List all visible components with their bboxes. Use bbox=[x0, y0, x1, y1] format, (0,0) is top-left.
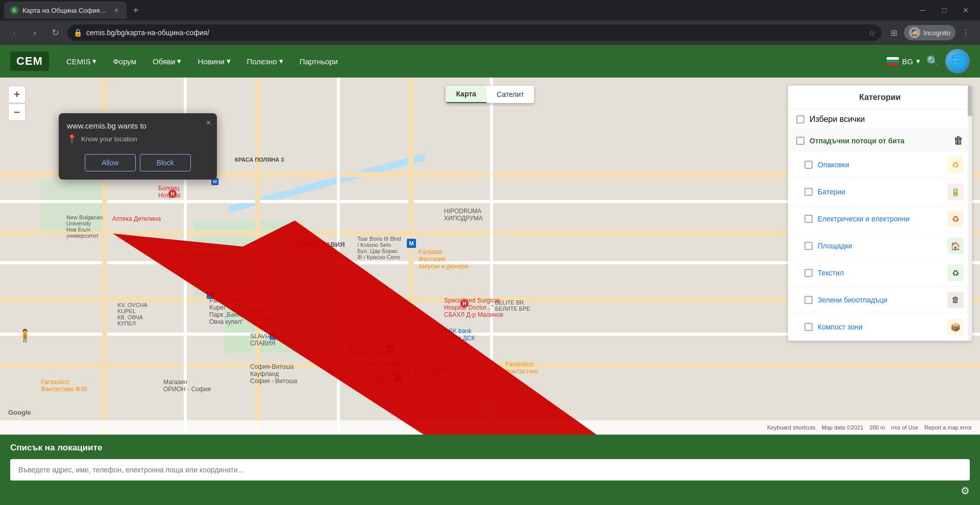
language-selector[interactable]: BG ▾ bbox=[887, 57, 920, 66]
label-tsar-boris: Tsar Boris III Blvd/ Krasno SeloБул. Цар… bbox=[357, 236, 401, 260]
globe-icon[interactable]: 🌐 bbox=[945, 49, 970, 73]
address-bar[interactable]: 🔒 cemis.bg/bg/карта-на-община-софия/ ☆ bbox=[67, 24, 881, 41]
bookmark-icon[interactable]: ☆ bbox=[868, 28, 875, 38]
map-type-satellite[interactable]: Сателит bbox=[486, 86, 534, 103]
category-item-opakovki[interactable]: Опаковки ♻ bbox=[788, 152, 972, 179]
nav-obyavi[interactable]: Обяви ▾ bbox=[145, 53, 188, 70]
scrollbar-thumb[interactable] bbox=[968, 86, 972, 116]
street-view-person[interactable]: 🧍 bbox=[17, 329, 33, 343]
nav-polezno[interactable]: Полезно ▾ bbox=[240, 53, 290, 70]
ploshtadki-checkbox[interactable] bbox=[804, 242, 813, 250]
incognito-icon: 🕵 bbox=[909, 27, 920, 38]
category-item-kompost[interactable]: Компост зони 📦 bbox=[788, 314, 972, 341]
electrical-checkbox[interactable] bbox=[804, 215, 813, 223]
obyavi-dropdown-icon: ▾ bbox=[177, 57, 181, 66]
select-all-row[interactable]: Избери всички bbox=[788, 110, 972, 130]
more-button[interactable]: ⋮ bbox=[958, 24, 974, 41]
popup-subtitle: 📍 Know your location bbox=[67, 134, 209, 144]
section-icon: 🗑 bbox=[953, 135, 964, 146]
label-sofia-heating: Sofia HeatingТоплофикацияСофия bbox=[368, 361, 409, 382]
label-apteka: Аптека Детелина bbox=[112, 215, 161, 222]
active-tab[interactable]: C Карта на Община София - CEM × bbox=[4, 2, 127, 19]
back-button[interactable]: ‹ bbox=[6, 24, 22, 41]
google-logo: Google bbox=[8, 409, 31, 416]
category-item-baterii[interactable]: Батерии 🔋 bbox=[788, 179, 972, 206]
zoom-out-button[interactable]: − bbox=[8, 104, 26, 121]
label-fantasia: FantasiaФантазиязакуски и дюнери bbox=[419, 248, 468, 270]
map-container[interactable]: КРАСА ПОЛЯНА 3 SLAVIA СЛАВИЯ HIPODRUMAХИ… bbox=[0, 78, 980, 435]
category-item-zeleni[interactable]: Зелени биоотпадъци 🗑 bbox=[788, 287, 972, 314]
maximize-button[interactable]: □ bbox=[934, 2, 954, 18]
nav-bar: CEM CEMIS ▾ Форум Обяви ▾ Новини ▾ Полез… bbox=[0, 45, 980, 78]
extensions-button[interactable]: ⊞ bbox=[886, 24, 902, 41]
opakovki-checkbox[interactable] bbox=[804, 161, 813, 169]
label-borovo: BOROVOЖ.К. КРАСНОСЕЛО - КВ. bbox=[413, 361, 449, 379]
location-search-input[interactable] bbox=[18, 466, 962, 474]
website: CEM CEMIS ▾ Форум Обяви ▾ Новини ▾ Полез… bbox=[0, 45, 980, 505]
electrical-label[interactable]: Електрически и електронни bbox=[818, 215, 942, 223]
minimize-button[interactable]: ─ bbox=[913, 2, 933, 18]
categories-title: Категории bbox=[788, 86, 972, 110]
category-item-electrical[interactable]: Електрически и електронни ♻ bbox=[788, 206, 972, 233]
categories-panel: Категории Избери всички Отпадъчни потоци… bbox=[788, 86, 972, 341]
label-park-ovcha: Park "Ovcha Kupel"Парк „Овча купел" bbox=[174, 251, 227, 265]
nav-cemis[interactable]: CEMIS ▾ bbox=[59, 53, 104, 70]
popup-subtitle-text: Know your location bbox=[81, 135, 137, 143]
forward-button[interactable]: › bbox=[27, 24, 43, 41]
map-type-map[interactable]: Карта bbox=[446, 86, 486, 103]
ploshtadki-label[interactable]: Площадки bbox=[818, 242, 942, 250]
logo-text: CEM bbox=[16, 55, 43, 67]
opakovki-label[interactable]: Опаковки bbox=[818, 161, 942, 169]
zoom-in-button[interactable]: + bbox=[8, 86, 26, 103]
block-location-button[interactable]: Block bbox=[140, 154, 191, 171]
label-slavia: SLAVIA СЛАВИЯ bbox=[291, 241, 345, 248]
zeleni-label[interactable]: Зелени биоотпадъци bbox=[818, 296, 942, 304]
select-all-checkbox[interactable] bbox=[796, 115, 804, 123]
tekstil-checkbox[interactable] bbox=[804, 269, 813, 277]
baterii-label[interactable]: Батерии bbox=[818, 188, 942, 196]
zeleni-icon: 🗑 bbox=[947, 292, 964, 308]
settings-icon[interactable]: ⚙ bbox=[961, 485, 970, 497]
tab-close-button[interactable]: × bbox=[112, 6, 120, 14]
logo[interactable]: CEM bbox=[10, 52, 49, 71]
shop-icon-1: 🛒 bbox=[207, 292, 214, 299]
logo-area: CEM bbox=[10, 52, 49, 71]
keyboard-shortcuts[interactable]: Keyboard shortcuts bbox=[767, 424, 816, 431]
baterii-icon: 🔋 bbox=[947, 184, 964, 200]
label-new-bulgarian-univ: New BulgarianUniversityНов Бълг.универси… bbox=[66, 214, 103, 239]
zeleni-checkbox[interactable] bbox=[804, 296, 813, 304]
scrollbar-track bbox=[968, 86, 972, 341]
kompost-checkbox[interactable] bbox=[804, 323, 813, 331]
tekstil-label[interactable]: Текстил bbox=[818, 269, 942, 277]
report[interactable]: Report a map error bbox=[924, 424, 972, 431]
browser-controls: ‹ › ↻ 🔒 cemis.bg/bg/карта-на-община-софи… bbox=[0, 20, 980, 45]
new-tab-button[interactable]: + bbox=[129, 3, 143, 17]
section-checkbox[interactable] bbox=[796, 137, 804, 145]
terms[interactable]: rms of Use bbox=[891, 424, 918, 431]
fullscreen-button[interactable]: ⛶ bbox=[482, 400, 498, 416]
close-button[interactable]: ✕ bbox=[955, 2, 976, 18]
label-park-banya: Park OvchaKupelПарк „БаняОвча купел" bbox=[209, 297, 243, 325]
nav-partnyori[interactable]: Партньори bbox=[292, 53, 345, 70]
category-section-header: Отпадъчни потоци от бита 🗑 bbox=[788, 130, 972, 152]
nav-novini[interactable]: Новини ▾ bbox=[190, 53, 237, 70]
tab-title: Карта на Община София - CEM bbox=[22, 7, 108, 14]
label-dsk-bank: DSK bankБанка ДСК bbox=[444, 327, 475, 342]
lang-dropdown-icon: ▾ bbox=[916, 57, 920, 66]
category-item-tekstil[interactable]: Текстил ♻ bbox=[788, 260, 972, 287]
category-item-ploshtadki[interactable]: Площадки 🏠 bbox=[788, 233, 972, 260]
popup-close-button[interactable]: × bbox=[206, 118, 211, 128]
scale: 200 m bbox=[869, 424, 885, 431]
label-slavia-park: Парк"Славия" bbox=[250, 307, 276, 321]
nav-forum[interactable]: Форум bbox=[106, 53, 143, 70]
road-v-6 bbox=[490, 78, 493, 435]
search-icon[interactable]: 🔍 bbox=[926, 55, 939, 67]
reload-button[interactable]: ↻ bbox=[47, 24, 63, 41]
search-input-container bbox=[10, 459, 970, 481]
map-data: Map data ©2021 bbox=[822, 424, 864, 431]
incognito-button[interactable]: 🕵 Incognito bbox=[904, 25, 955, 40]
kompost-label[interactable]: Компост зони bbox=[818, 323, 942, 331]
allow-location-button[interactable]: Allow bbox=[85, 154, 135, 171]
label-ovcha-kupel: KV. OVCHAKUPELКВ. ОВЧАКУПЕЛ bbox=[117, 302, 148, 326]
baterii-checkbox[interactable] bbox=[804, 188, 813, 196]
